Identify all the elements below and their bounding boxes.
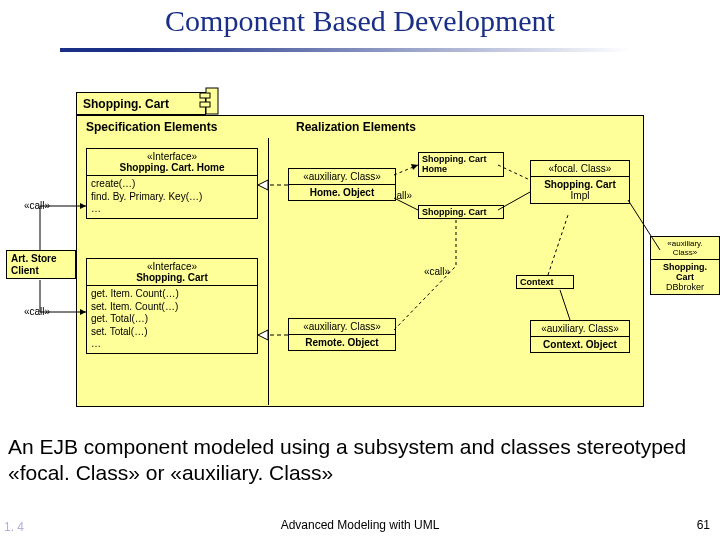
component-tab-label: Shopping. Cart — [83, 97, 169, 111]
scimpl-l2: Impl — [535, 190, 625, 201]
page-title: Component Based Development — [0, 4, 720, 38]
sc-small-name: Shopping. Cart — [422, 207, 487, 217]
section-divider — [268, 138, 269, 405]
remoteobject-stereo: «auxiliary. Class» — [289, 319, 395, 335]
interface-shoppingcarthome: «Interface» Shopping. Cart. Home create(… — [86, 148, 258, 219]
footer-right: 61 — [697, 518, 710, 532]
homeobject-name: Home. Object — [289, 185, 395, 200]
shoppingcartimpl-box: «focal. Class» Shopping. Cart Impl — [530, 160, 630, 204]
call-label-1: «call» — [24, 200, 50, 211]
iface1-op2: find. By. Primary. Key(…) — [91, 191, 253, 204]
iface1-name: Shopping. Cart. Home — [91, 162, 253, 173]
interface-shoppingcart: «Interface» Shopping. Cart get. Item. Co… — [86, 258, 258, 354]
call-label-4: «call» — [424, 266, 450, 277]
artstore-client-box: Art. Store Client — [6, 250, 76, 279]
svg-rect-0 — [206, 88, 218, 114]
dbbroker-stereo: «auxiliary. Class» — [651, 237, 719, 260]
homeobject-stereo: «auxiliary. Class» — [289, 169, 395, 185]
spec-heading: Specification Elements — [86, 120, 217, 134]
caption-text: An EJB component modeled using a subsyst… — [8, 434, 712, 487]
scimpl-stereo: «focal. Class» — [531, 161, 629, 177]
title-underline — [60, 48, 660, 52]
contextobject-box: «auxiliary. Class» Context. Object — [530, 320, 630, 353]
homeobject-box: «auxiliary. Class» Home. Object — [288, 168, 396, 201]
dbbroker-l1: Shopping. Cart — [655, 262, 715, 282]
dbbroker-box: «auxiliary. Class» Shopping. Cart DBbrok… — [650, 236, 720, 295]
context-box: Context — [516, 275, 574, 289]
iface2-op5: … — [91, 338, 253, 351]
iface2-op4: set. Total(…) — [91, 326, 253, 339]
footer-center: Advanced Modeling with UML — [0, 518, 720, 532]
iface1-stereo: «Interface» — [91, 151, 253, 162]
real-heading: Realization Elements — [296, 120, 416, 134]
schome-l2: Home — [422, 164, 500, 174]
context-label: Context — [520, 277, 554, 287]
svg-rect-2 — [200, 102, 210, 107]
iface2-name: Shopping. Cart — [91, 272, 253, 283]
ctxobj-stereo: «auxiliary. Class» — [531, 321, 629, 337]
call-label-2: «call» — [24, 306, 50, 317]
ctxobj-name: Context. Object — [531, 337, 629, 352]
iface1-op3: … — [91, 203, 253, 216]
iface2-op1: get. Item. Count(…) — [91, 288, 253, 301]
iface2-op2: set. Item. Count(…) — [91, 301, 253, 314]
remoteobject-box: «auxiliary. Class» Remote. Object — [288, 318, 396, 351]
svg-rect-1 — [200, 93, 210, 98]
shoppingcart-home-box: Shopping. Cart Home — [418, 152, 504, 177]
iface2-op3: get. Total(…) — [91, 313, 253, 326]
iface1-op1: create(…) — [91, 178, 253, 191]
shoppingcart-small-box: Shopping. Cart — [418, 205, 504, 219]
scimpl-l1: Shopping. Cart — [535, 179, 625, 190]
component-tab: Shopping. Cart — [76, 92, 206, 115]
schome-l1: Shopping. Cart — [422, 154, 500, 164]
dbbroker-l2: DBbroker — [655, 282, 715, 292]
remoteobject-name: Remote. Object — [289, 335, 395, 350]
artstore-line2: Client — [11, 265, 71, 277]
artstore-line1: Art. Store — [11, 253, 71, 265]
iface2-stereo: «Interface» — [91, 261, 253, 272]
component-icon — [198, 86, 222, 116]
